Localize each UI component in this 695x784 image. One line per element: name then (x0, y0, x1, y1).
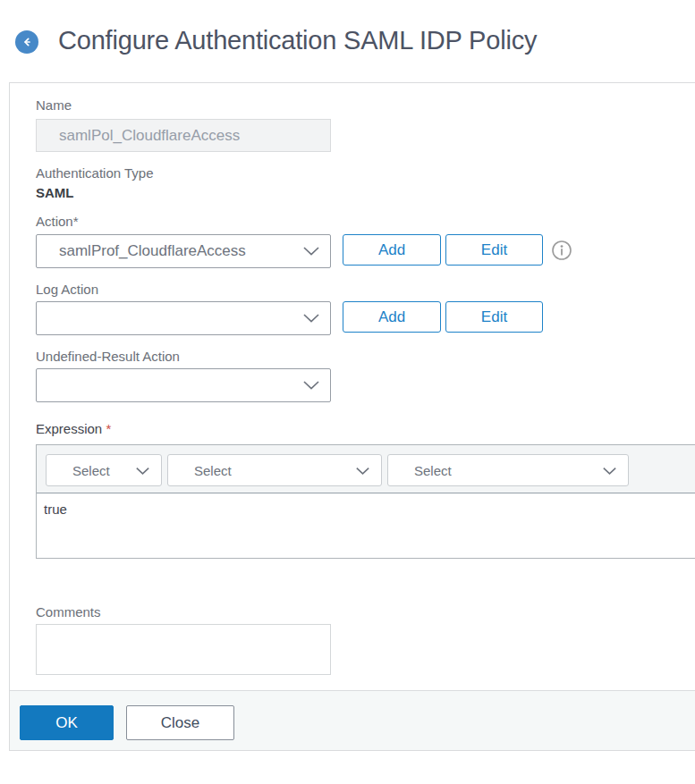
ok-button[interactable]: OK (20, 705, 114, 740)
log-action-add-button[interactable]: Add (343, 301, 441, 333)
action-select-value: samlProf_CloudflareAccess (59, 242, 246, 260)
authentication-type-value: SAML (36, 185, 74, 200)
name-label: Name (36, 97, 72, 113)
expression-toolbar: Select Select Select (37, 445, 695, 493)
action-label: Action* (36, 214, 79, 229)
comments-input[interactable] (36, 624, 331, 675)
form-panel: Name samlPol_CloudflareAccess Authentica… (9, 82, 695, 751)
chevron-down-icon (303, 376, 319, 394)
name-value: samlPol_CloudflareAccess (59, 127, 240, 145)
form-footer: OK Close (10, 690, 695, 750)
action-add-button[interactable]: Add (343, 234, 441, 266)
chevron-down-icon (136, 463, 149, 478)
expression-input[interactable]: true (37, 493, 695, 558)
required-asterisk: * (106, 421, 111, 436)
log-action-label: Log Action (36, 282, 98, 297)
chevron-down-icon (603, 463, 616, 478)
action-select[interactable]: samlProf_CloudflareAccess (36, 234, 331, 268)
page-header: Configure Authentication SAML IDP Policy (0, 0, 695, 82)
undefined-result-action-label: Undefined-Result Action (36, 349, 180, 364)
action-edit-button[interactable]: Edit (445, 234, 543, 266)
expression-select-3[interactable]: Select (387, 454, 629, 486)
expression-editor: Select Select Select true (36, 444, 695, 559)
info-icon[interactable] (551, 240, 572, 265)
authentication-type-label: Authentication Type (36, 165, 153, 181)
arrow-left-icon (20, 35, 34, 49)
comments-label: Comments (36, 604, 101, 620)
back-button[interactable] (15, 30, 38, 54)
expression-select-1[interactable]: Select (46, 454, 162, 486)
log-action-select[interactable] (36, 301, 331, 335)
log-action-edit-button[interactable]: Edit (445, 301, 543, 333)
chevron-down-icon (303, 242, 319, 260)
expression-label: Expression * (36, 421, 111, 436)
page-title: Configure Authentication SAML IDP Policy (58, 26, 537, 55)
expression-select-1-value: Select (72, 463, 110, 478)
name-field: samlPol_CloudflareAccess (36, 119, 331, 152)
undefined-result-action-select[interactable] (36, 368, 331, 402)
expression-select-3-value: Select (414, 463, 452, 478)
close-button[interactable]: Close (126, 705, 234, 740)
chevron-down-icon (303, 309, 319, 327)
chevron-down-icon (356, 463, 369, 478)
expression-select-2[interactable]: Select (167, 454, 382, 486)
expression-label-text: Expression (36, 421, 102, 436)
expression-select-2-value: Select (194, 463, 232, 478)
